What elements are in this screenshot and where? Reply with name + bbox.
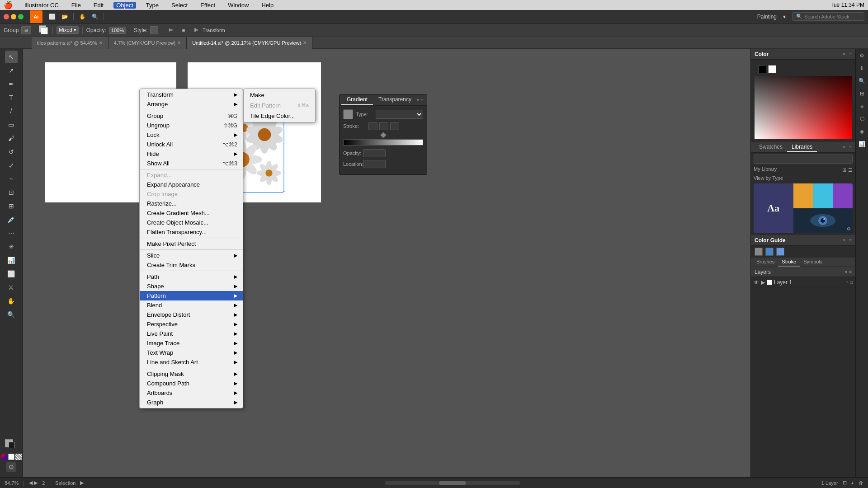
gt-opacity-input[interactable] [363,149,386,157]
add-layer-btn[interactable]: + [851,480,854,486]
type-tool[interactable]: T [5,91,18,104]
gradient-tab[interactable]: Gradient [341,94,373,105]
library-thumbnail[interactable]: Aa [754,183,853,233]
artboard-tool[interactable]: ⬜ [5,267,18,280]
gt-menu-btn[interactable]: ≡ [421,98,424,103]
mode-selector[interactable]: Mixed ▾ [57,26,78,34]
menu-select[interactable]: Select [169,2,190,9]
menu-effect[interactable]: Effect [198,2,218,9]
symbols-tab[interactable]: Symbols [800,258,826,267]
warp-tool[interactable]: ~ [5,173,18,185]
menu-text-wrap[interactable]: Text Wrap ▶ [140,348,243,357]
close-window-btn[interactable] [4,14,9,19]
menu-blend[interactable]: Blend ▶ [140,300,243,310]
lib-search-input[interactable] [754,155,853,164]
scrollbar-area[interactable] [88,481,816,485]
menu-group[interactable]: Group ⌘G [140,111,243,121]
lib-grid-view-btn[interactable]: ⊞ [842,167,846,173]
style-box[interactable] [150,26,158,34]
panel-align-btn[interactable]: ≡ [857,101,867,111]
shape-builder-tool[interactable]: ⊞ [5,200,18,212]
color-panel-menu[interactable]: ≡ [849,52,852,56]
canvas-area[interactable]: Transform ▶ Arrange ▶ Group ⌘G Ungroup ⇧… [23,49,750,477]
menu-compound-path[interactable]: Compound Path ▶ [140,379,243,388]
delete-layer-btn[interactable]: 🗑 [859,480,863,486]
rect-tool[interactable]: ▭ [5,118,18,131]
minimize-window-btn[interactable] [11,14,16,19]
panel-info-btn[interactable]: ℹ [857,63,867,73]
menu-hide[interactable]: Hide ▶ [140,149,243,159]
page-nav[interactable]: ◀ ▶ [29,480,38,486]
layer-1-row[interactable]: 👁 ▶ Layer 1 ○ □ [751,277,855,288]
cg-swatch-3[interactable] [776,248,784,256]
menu-window[interactable]: Window [225,2,251,9]
swatch-black[interactable] [758,65,766,73]
lib-panel-expand[interactable]: » [843,145,846,150]
color-btn[interactable] [1,454,7,460]
free-transform-tool[interactable]: ⊡ [5,186,18,199]
cg-swatch-1[interactable] [755,248,763,256]
stock-search-placeholder[interactable]: Search Adobe Stock [804,14,849,19]
menu-path[interactable]: Path ▶ [140,272,243,282]
gt-stroke-btn-2[interactable] [379,122,388,130]
hand-tool-2[interactable]: ✋ [5,295,18,307]
align-right-btn[interactable]: ⊫ [191,25,201,35]
menu-edit[interactable]: Edit [91,2,106,9]
menu-envelope-distort[interactable]: Envelope Distort ▶ [140,310,243,319]
color-guide-expand[interactable]: » [843,238,846,243]
gt-type-select[interactable] [376,110,423,119]
menu-live-paint[interactable]: Live Paint ▶ [140,329,243,338]
apple-menu[interactable]: 🍎 [4,1,13,9]
gt-stroke-btn-1[interactable] [368,122,377,130]
lib-thumb-settings-btn[interactable]: ⚙ [847,226,851,231]
color-guide-menu[interactable]: ≡ [849,238,852,243]
layer-expand-btn[interactable]: ▶ [761,279,765,286]
panel-search-btn[interactable]: 🔍 [857,76,867,86]
scale-tool[interactable]: ⤢ [5,159,18,172]
libraries-tab[interactable]: Libraries [787,142,817,152]
menu-lock[interactable]: Lock ▶ [140,130,243,140]
zoom-tool-btn[interactable]: 🔍 [90,12,100,22]
panel-settings-btn[interactable]: ⚙ [857,51,867,61]
cg-swatch-2[interactable] [765,248,774,256]
tab-2-close[interactable]: ✕ [303,40,307,45]
menu-slice[interactable]: Slice ▶ [140,251,243,260]
h-scrollbar-thumb[interactable] [439,481,466,485]
fullscreen-window-btn[interactable] [18,14,24,19]
color-gradient-box[interactable] [755,76,852,139]
menu-ungroup[interactable]: Ungroup ⇧⌘G [140,121,243,130]
select-tool[interactable]: ↖ [5,51,18,63]
swatches-tab[interactable]: Swatches [755,142,787,152]
eyedropper-tool[interactable]: 💉 [5,213,18,226]
gt-location-input[interactable] [363,160,386,168]
menu-unlock-all[interactable]: Unlock All ⌥⌘2 [140,140,243,149]
layers-panel-menu[interactable]: ≡ [849,269,852,274]
menu-graph[interactable]: Graph ▶ [140,398,243,407]
h-scrollbar[interactable] [385,481,520,485]
panel-graph-btn[interactable]: 📊 [857,139,867,149]
menu-rasterize[interactable]: Rasterize... [140,199,243,208]
layer-lock-btn[interactable]: ○ [845,280,848,285]
panel-transform-btn[interactable]: ⊞ [857,89,867,99]
opacity-value[interactable]: 100% [109,27,126,34]
open-file-btn[interactable]: 📂 [60,12,70,22]
zoom-level[interactable]: 84.7% [5,480,19,486]
color-panel-expand[interactable]: » [843,52,846,56]
none-btn[interactable] [15,454,22,460]
gt-swatch[interactable] [343,109,353,119]
symbol-libraries-btn[interactable]: ⊙ [6,462,16,472]
tab-0[interactable]: tiles patterns.ai* @ 54.49% ✕ [32,37,108,49]
menu-line-sketch-art[interactable]: Line and Sketch Art ▶ [140,357,243,367]
fill-color[interactable] [39,25,49,35]
align-center-btn[interactable]: ≡ [179,25,189,35]
menu-make-pixel-perfect[interactable]: Make Pixel Perfect [140,239,243,249]
menu-expand-appearance[interactable]: Expand Appearance [140,180,243,189]
layers-panel-expand[interactable]: » [845,269,848,274]
group-options-btn[interactable]: ⊞ [21,26,31,34]
sub-make[interactable]: Make [244,90,315,100]
tab-1-close[interactable]: ✕ [177,40,181,45]
menu-type[interactable]: Type [143,2,161,9]
new-file-btn[interactable]: ⬜ [47,12,57,22]
fill-stroke-indicator[interactable] [5,439,18,452]
symbol-spray-tool[interactable]: ✳ [5,240,18,253]
